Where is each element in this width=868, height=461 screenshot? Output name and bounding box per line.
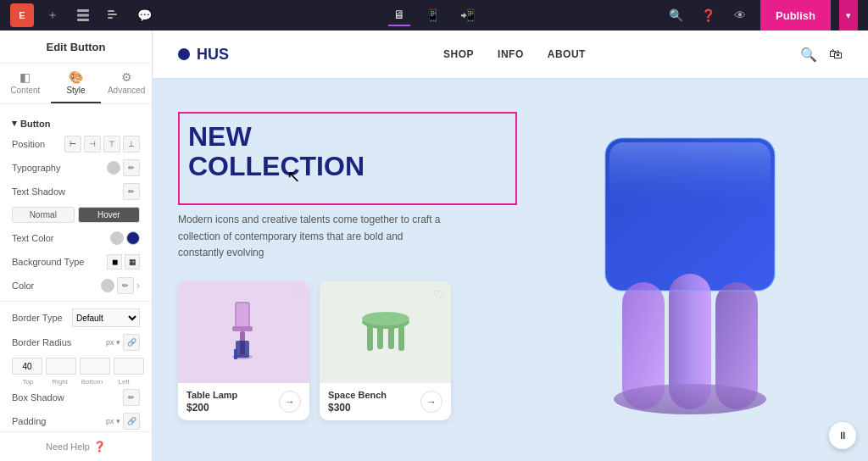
comments-icon[interactable]: 💬: [132, 3, 156, 27]
nav-about[interactable]: ABOUT: [548, 48, 586, 60]
text-color-row: Text Color: [0, 226, 152, 250]
advanced-tab-icon: ⚙: [121, 70, 132, 84]
position-center-btn[interactable]: ⊣: [84, 136, 101, 153]
svg-rect-19: [609, 142, 771, 219]
svg-rect-2: [77, 19, 89, 21]
tablet-device-btn[interactable]: 📱: [420, 5, 445, 25]
tab-content[interactable]: ◧ Content: [0, 64, 51, 103]
text-color-label: Text Color: [12, 233, 110, 243]
site-nav: HUS SHOP INFO ABOUT 🔍 🛍: [153, 31, 868, 78]
elementor-logo[interactable]: E: [10, 3, 34, 27]
search-icon[interactable]: 🔍: [664, 3, 687, 27]
svg-rect-14: [367, 324, 373, 351]
bg-gradient-btn[interactable]: ▦: [125, 254, 140, 269]
normal-hover-switcher: Normal Hover: [0, 203, 152, 226]
border-radius-left-input[interactable]: [114, 358, 144, 375]
border-radius-right-input[interactable]: [46, 358, 76, 375]
product-card-lamp: ♡: [178, 281, 309, 420]
hover-state-btn[interactable]: Hover: [78, 207, 141, 223]
nav-shop[interactable]: SHOP: [443, 48, 474, 60]
layers-icon[interactable]: [71, 3, 95, 27]
nav-info[interactable]: INFO: [498, 48, 524, 60]
bench-illustration: [352, 298, 420, 366]
svg-rect-10: [236, 341, 249, 358]
border-type-label: Border Type: [12, 313, 72, 323]
website-preview: HUS SHOP INFO ABOUT 🔍 🛍: [153, 31, 868, 461]
border-radius-bottom-input[interactable]: [80, 358, 110, 375]
lamp-arrow-btn[interactable]: →: [279, 391, 301, 413]
box-shadow-edit-btn[interactable]: ✏: [123, 389, 140, 406]
position-left-btn[interactable]: ⊢: [64, 136, 81, 153]
border-type-select[interactable]: Default None Solid Dashed: [72, 308, 140, 327]
style-tab-icon: 🎨: [69, 70, 83, 84]
bench-arrow-btn[interactable]: →: [420, 391, 442, 413]
lamp-illustration: [210, 294, 278, 370]
color-picker-btn[interactable]: [101, 279, 114, 292]
bench-name: Space Bench: [328, 390, 387, 400]
normal-state-btn[interactable]: Normal: [12, 207, 75, 223]
top-bar-right: 🔍 ❓ 👁 Publish ▾: [664, 0, 858, 31]
desktop-device-btn[interactable]: 🖥: [388, 4, 410, 26]
help-icon[interactable]: ❓: [696, 3, 720, 27]
divider-1: [0, 301, 152, 302]
button-section-title: ▾ Button: [0, 113, 152, 132]
border-radius-top-input[interactable]: [12, 358, 42, 375]
text-shadow-edit-btn[interactable]: ✏: [123, 183, 140, 200]
product-img-bench: ♡: [320, 281, 451, 383]
lamp-name: Table Lamp: [186, 390, 237, 400]
navigator-icon[interactable]: [102, 3, 125, 27]
stool-illustration: [537, 87, 860, 452]
label-left: Left: [108, 378, 140, 386]
product-info-lamp: Table Lamp $200 →: [178, 383, 309, 420]
hero-title-selected[interactable]: NEW COLLECTION: [178, 112, 517, 205]
border-radius-row: Border Radius px ▾ 🔗: [0, 330, 152, 354]
help-link-label: Need Help: [46, 442, 90, 452]
text-color-value[interactable]: [126, 231, 140, 245]
border-radius-labels: Top Right Bottom Left: [0, 378, 152, 386]
position-label: Position: [12, 139, 64, 149]
position-right-btn[interactable]: ⊤: [103, 136, 120, 153]
typography-label: Typography: [12, 163, 107, 173]
preview-icon[interactable]: 👁: [728, 3, 752, 27]
advanced-tab-label: Advanced: [108, 86, 145, 95]
add-widget-icon[interactable]: ＋: [41, 3, 64, 27]
border-type-row: Border Type Default None Solid Dashed: [0, 305, 152, 330]
publish-dropdown-button[interactable]: ▾: [839, 0, 858, 31]
svg-rect-6: [236, 303, 249, 328]
color-chevron: ›: [136, 280, 140, 292]
pause-button[interactable]: ⏸: [829, 422, 856, 449]
color-label: Color: [12, 280, 101, 291]
border-radius-controls: px ▾ 🔗: [106, 334, 140, 351]
nav-cart-icon[interactable]: 🛍: [829, 47, 843, 63]
hero-title-line1: NEW: [188, 122, 507, 152]
nav-search-icon[interactable]: 🔍: [800, 47, 817, 63]
text-color-picker[interactable]: [110, 231, 124, 245]
color-edit-btn[interactable]: ✏: [117, 277, 134, 294]
hero-title: NEW COLLECTION: [188, 122, 507, 181]
svg-rect-16: [377, 325, 383, 349]
tab-advanced[interactable]: ⚙ Advanced: [101, 64, 152, 103]
svg-rect-15: [398, 324, 404, 351]
left-panel: Edit Button ◧ Content 🎨 Style ⚙ Advanced…: [0, 31, 153, 461]
tab-style[interactable]: 🎨 Style: [51, 64, 102, 103]
hero-image: [520, 78, 868, 461]
mobile-device-btn[interactable]: 📲: [455, 5, 480, 25]
bg-type-label: Background Type: [12, 257, 107, 267]
padding-link-btn[interactable]: 🔗: [123, 413, 140, 430]
label-bottom: Bottom: [76, 378, 108, 386]
product-card-bench: ♡: [320, 281, 451, 420]
logo-text: HUS: [197, 46, 229, 64]
position-justify-btn[interactable]: ⊥: [123, 136, 140, 153]
typography-color-dot[interactable]: [107, 161, 120, 175]
bench-heart-icon[interactable]: ♡: [433, 288, 444, 302]
top-bar-center: 🖥 📱 📲: [388, 4, 480, 26]
product-cards: ♡: [178, 281, 517, 420]
svg-point-23: [614, 384, 766, 414]
help-link[interactable]: Need Help ❓: [46, 441, 106, 453]
box-shadow-row: Box Shadow ✏: [0, 386, 152, 409]
typography-edit-btn[interactable]: ✏: [123, 159, 140, 176]
lamp-heart-icon[interactable]: ♡: [292, 288, 303, 302]
publish-button[interactable]: Publish: [760, 0, 831, 31]
bg-solid-btn[interactable]: ◼: [107, 254, 122, 269]
border-radius-link-btn[interactable]: 🔗: [123, 334, 140, 351]
